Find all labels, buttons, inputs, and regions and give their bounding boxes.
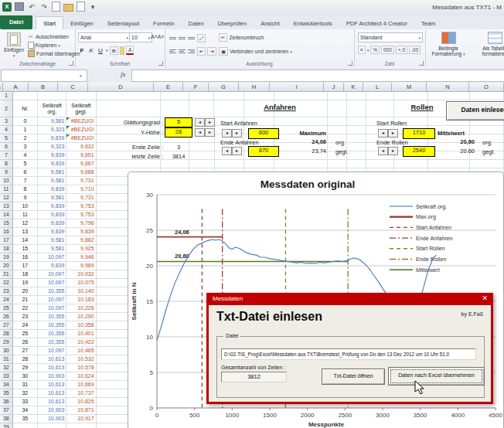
tab-ansicht[interactable]: Ansicht [254,17,287,29]
row-header-29[interactable]: 29 [0,338,13,347]
cell[interactable]: 10,613 [38,381,66,389]
cell[interactable] [428,160,470,168]
cell[interactable]: 19 [13,279,38,287]
cell[interactable] [274,92,328,100]
cell[interactable]: 22 [13,304,38,313]
cell[interactable]: 11 [13,211,38,219]
cell[interactable]: 25 [13,330,38,338]
cell[interactable]: Nr. [13,100,38,117]
cell[interactable]: 21 [13,296,38,304]
indent-decrease-button[interactable]: ⇤ [197,47,206,56]
cell[interactable] [328,100,348,117]
cell[interactable] [214,100,243,117]
cell[interactable]: 10,465 [66,347,96,355]
cell[interactable]: 9,581 [38,236,66,245]
column-header-N[interactable]: N [427,83,469,92]
cell[interactable]: 9,581 [38,168,66,177]
row-header-19[interactable]: 19 [0,253,13,262]
cell[interactable]: 10,097 [38,296,66,304]
cell[interactable] [189,92,214,100]
cell[interactable]: 30 [13,372,38,381]
cell[interactable]: 9 [13,194,38,202]
cell[interactable]: 9,796 [66,219,96,228]
cell[interactable]: 10,290 [66,313,96,321]
cell[interactable]: 28 [13,355,38,364]
cell[interactable]: 9,323 [38,126,66,134]
cell[interactable]: 15 [13,245,38,253]
font-size-combo[interactable]: 10▾ [129,32,152,42]
cell[interactable]: 9,581 [38,117,66,126]
cell[interactable]: 14 [13,236,38,245]
cell[interactable]: 27 [13,347,38,355]
cell[interactable]: 9,839 [38,185,66,194]
cell[interactable]: 9,632 [66,143,96,151]
cell[interactable] [366,160,394,168]
cell[interactable]: 29 [13,364,38,372]
cell[interactable]: 24 [13,321,38,330]
row-header-34[interactable]: 34 [0,381,13,389]
column-header-D[interactable]: D [88,83,154,92]
tab-start[interactable]: Start [36,16,63,29]
tab--berpr-fen[interactable]: Überprüfen [211,17,254,29]
row-header-12[interactable]: 12 [0,194,13,202]
row-header-38[interactable]: 38 [0,415,13,423]
cell[interactable]: 9,581 [38,177,66,185]
cell[interactable]: 9,323 [38,143,66,151]
cell[interactable]: 10,422 [66,338,96,347]
cell[interactable] [428,92,470,100]
thousands-button[interactable]: 000 [381,46,394,54]
copy-button[interactable]: Kopieren ▾ [28,41,80,49]
cell[interactable]: 9,839 [38,202,66,211]
row-header-31[interactable]: 31 [0,355,13,364]
tab-daten[interactable]: Daten [182,17,211,29]
cell[interactable]: 10,613 [38,398,66,406]
paste-button[interactable]: Einfügen ▾ [1,32,27,58]
cell[interactable]: 9,925 [66,245,96,253]
cell[interactable]: 20 [13,287,38,296]
cell[interactable] [347,134,366,143]
tab-pdf-architect-4-creator[interactable]: PDF Architect 4 Creator [339,17,414,29]
row-header-13[interactable]: 13 [0,202,13,211]
cell[interactable]: 10,401 [66,330,96,338]
cell[interactable]: 10,624 [66,372,96,381]
cell[interactable]: 34 [13,406,38,415]
cell[interactable]: 9,667 [66,160,96,168]
y-hoehe-spinner[interactable]: ◄► [195,128,215,137]
glaettungsgrad-input[interactable]: 5 [165,117,192,127]
row-header-32[interactable]: 32 [0,364,13,372]
cell[interactable]: 17 [13,262,38,270]
start-rollen-spinner[interactable]: ◄► [378,129,398,138]
row-header-24[interactable]: 24 [0,296,13,304]
cell[interactable]: 0 [13,117,38,126]
decimal-decrease-button[interactable]: ,00 [409,46,421,54]
ende-anfahren-input[interactable]: 870 [248,146,279,157]
column-header-B[interactable]: B [29,83,58,92]
cell[interactable]: 9,651 [66,151,96,160]
column-header-H[interactable]: H [239,83,270,92]
cell[interactable]: 10,613 [38,355,66,364]
column-header-G[interactable]: G [209,83,239,92]
glaettungsgrad-spinner[interactable]: ◄► [195,118,215,127]
cell[interactable]: 10,097 [38,304,66,313]
cell[interactable]: 9,839 [66,228,96,236]
cell[interactable] [347,160,366,168]
column-header-C[interactable]: C [58,83,88,92]
row-header-9[interactable]: 9 [0,168,13,177]
row-header-4[interactable]: 4 [0,126,13,134]
cell[interactable]: 10,097 [38,253,66,262]
row-header-6[interactable]: 6 [0,143,13,151]
row-header-30[interactable]: 30 [0,347,13,355]
row-header-2[interactable]: 2 [0,100,13,117]
cell[interactable] [366,100,394,117]
cell[interactable] [215,160,244,168]
cell[interactable] [38,92,66,100]
start-anfahren-input[interactable]: 600 [248,128,279,139]
horizontal-align-buttons[interactable]: ⇤ ⇥ [169,47,216,56]
orientation-button[interactable]: ⤢ [197,34,206,42]
row-header-27[interactable]: 27 [0,321,13,330]
dialog-launcher-icon[interactable] [158,61,163,66]
select-all-corner[interactable] [0,83,3,92]
cell[interactable] [394,160,428,168]
row-header-21[interactable]: 21 [0,270,13,279]
cell[interactable]: 9,839 [38,134,66,143]
